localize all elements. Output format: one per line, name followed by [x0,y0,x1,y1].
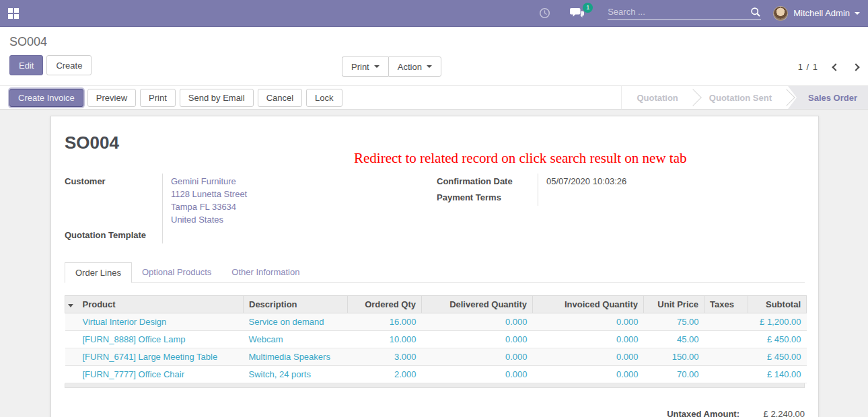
table-cell-delivered-quantity: 0.000 [422,366,533,383]
pager-prev-button[interactable] [832,63,839,71]
action-dropdown[interactable]: Action [388,56,441,77]
tab-other-information[interactable]: Other Information [221,262,310,282]
status-step-quotation[interactable]: Quotation [622,86,692,109]
table-cell-ordered-qty: 10.000 [348,331,422,348]
totals: Untaxed Amount: £ 2,240.00 [65,409,805,417]
annotation-text: Redirect to related record on click sear… [354,150,686,167]
row-handle-cell [65,366,77,383]
table-header-product[interactable]: Product [77,296,244,313]
field-label-payment-terms: Payment Terms [437,190,538,206]
search-icon[interactable] [750,7,761,17]
table-cell-description: Switch, 24 ports [244,366,348,383]
user-menu[interactable]: Mitchell Admin [773,6,860,21]
table-cell-taxes [704,331,748,348]
so-title: SO004 [65,132,119,153]
statusbar-button-print[interactable]: Print [140,89,176,107]
table-cell-ordered-qty: 16.000 [348,313,422,331]
table-cell-unit-price: 75.00 [644,313,704,331]
table-cell-subtotal: £ 450.00 [748,348,807,366]
notebook-tabs: Order LinesOptional ProductsOther Inform… [65,262,805,283]
pager-text: 1 / 1 [798,62,818,72]
field-group-left: CustomerGemini Furniture1128 Lunetta Str… [65,174,404,243]
table-cell-description: Multimedia Speakers [244,348,348,366]
table-cell-invoiced-quantity: 0.000 [533,366,644,383]
field-value-line[interactable]: Tampa FL 33634 [171,200,404,213]
table-options-cell [65,296,77,313]
field-label-quotation-template: Quotation Template [65,227,162,243]
tab-optional-products[interactable]: Optional Products [132,262,221,282]
form-view-content: SO004 Redirect to related record on clic… [0,110,868,417]
table-cell-unit-price: 45.00 [644,331,704,348]
create-button[interactable]: Create [46,55,92,75]
statusbar-button-lock[interactable]: Lock [306,89,342,107]
global-search [608,7,761,20]
table-cell-taxes [704,348,748,366]
field-value-quotation-template [162,227,404,243]
table-cell-subtotal: £ 140.00 [748,366,807,383]
control-panel: SO004 Edit Create Print Action 1 / 1 [0,27,868,85]
print-dropdown[interactable]: Print [342,56,388,77]
table-header-subtotal[interactable]: Subtotal [748,296,807,313]
statusbar-button-preview[interactable]: Preview [87,89,136,107]
field-label-confirmation-date: Confirmation Date [437,174,538,190]
table-row[interactable]: [FURN_8888] Office LampWebcam10.0000.000… [65,331,807,348]
table-row[interactable]: [FURN_7777] Office ChairSwitch, 24 ports… [65,366,807,383]
row-handle-cell [65,348,77,366]
statusbar-button-cancel[interactable]: Cancel [258,89,302,107]
print-caret-icon [374,65,379,68]
sheet: SO004 Redirect to related record on clic… [50,116,819,417]
statusbar-button-create-invoice[interactable]: Create Invoice [9,89,83,107]
status-step-sales-order[interactable]: Sales Order [788,86,868,109]
action-caret-icon [427,65,432,68]
pager: 1 / 1 [798,62,859,72]
table-cell-product: [FURN_6741] Large Meeting Table [77,348,244,366]
field-value-payment-terms [538,190,805,206]
table-cell-taxes [704,313,748,331]
table-row[interactable]: [FURN_6741] Large Meeting TableMultimedi… [65,348,807,366]
edit-button[interactable]: Edit [9,55,43,75]
activities-clock-icon[interactable] [539,7,550,19]
field-value-line[interactable]: 1128 Lunetta Street [171,188,404,200]
table-cell-product: [FURN_7777] Office Chair [77,366,244,383]
table-header-ordered-qty[interactable]: Ordered Qty [348,296,422,313]
table-header-description[interactable]: Description [244,296,348,313]
search-input[interactable] [608,7,750,17]
table-row[interactable]: Virtual Interior DesignService on demand… [65,313,807,331]
table-cell-unit-price: 70.00 [644,366,704,383]
apps-grid-icon[interactable] [8,8,19,19]
field-value-line[interactable]: Gemini Furniture [171,175,404,188]
table-body: Virtual Interior DesignService on demand… [65,313,807,383]
statusbar-steps: QuotationQuotation SentSales Order [621,86,868,109]
field-group-right: Confirmation Date05/07/2020 10:03:26Paym… [437,174,805,243]
table-footer-strip [65,383,805,388]
table-header-taxes[interactable]: Taxes [704,296,748,313]
table-cell-invoiced-quantity: 0.000 [533,348,644,366]
table-cell-product: Virtual Interior Design [77,313,244,331]
field-value-customer: Gemini Furniture1128 Lunetta StreetTampa… [162,174,404,227]
table-header-delivered-quantity[interactable]: Delivered Quantity [422,296,533,313]
table-cell-delivered-quantity: 0.000 [422,313,533,331]
statusbar-button-send-by-email[interactable]: Send by Email [180,89,254,107]
action-dropdown-label: Action [398,62,422,72]
table-cell-delivered-quantity: 0.000 [422,348,533,366]
table-cell-subtotal: £ 450.00 [748,331,807,348]
messages-count-badge: 1 [583,3,593,13]
table-header-invoiced-quantity[interactable]: Invoiced Quantity [533,296,644,313]
field-value-line[interactable]: United States [171,213,404,226]
messages-icon[interactable]: 1 [569,7,585,19]
user-menu-caret-icon [855,12,860,15]
table-header-unit-price[interactable]: Unit Price [644,296,704,313]
table-cell-taxes [704,366,748,383]
table-cell-invoiced-quantity: 0.000 [533,331,644,348]
step-chevron-icon [787,86,788,109]
untaxed-amount-value: £ 2,240.00 [739,409,805,417]
table-cell-ordered-qty: 2.000 [348,366,422,383]
field-value-confirmation-date: 05/07/2020 10:03:26 [538,174,805,190]
tab-order-lines[interactable]: Order Lines [65,262,132,283]
field-label-customer: Customer [65,174,162,227]
pager-next-button[interactable] [852,63,859,71]
untaxed-amount-label: Untaxed Amount: [667,409,739,417]
print-dropdown-label: Print [351,62,369,72]
status-step-quotation-sent[interactable]: Quotation Sent [694,86,787,109]
table-options-caret-icon[interactable] [68,304,73,307]
